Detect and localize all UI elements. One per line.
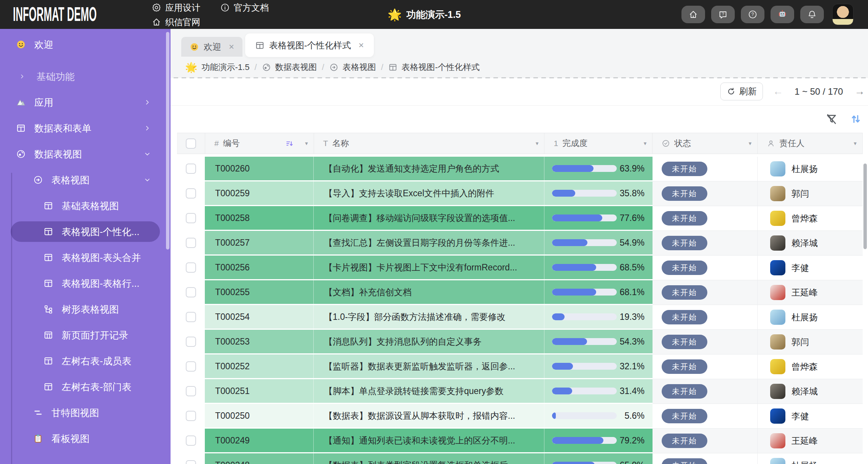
cell-owner: 李健 — [758, 404, 863, 429]
table-scrollbar[interactable] — [863, 164, 867, 249]
progress-bar — [552, 462, 617, 464]
row-checkbox[interactable] — [186, 386, 196, 396]
column-header-status[interactable]: 状态 ▾ — [653, 133, 758, 154]
chevron-down-icon[interactable]: ▾ — [644, 140, 647, 147]
task-name: 【1.0-字段】部分函数方法描述准确，需要修改 — [324, 311, 506, 323]
sidebar-item-应用[interactable]: 应用 — [11, 92, 160, 113]
top-nav-item-0[interactable]: 应用设计 — [152, 0, 200, 15]
sort-descending-icon[interactable] — [285, 139, 294, 148]
row-checkbox[interactable] — [186, 238, 196, 248]
row-checkbox[interactable] — [186, 287, 196, 297]
sidebar-item-数据表视图[interactable]: 数据表视图 — [11, 144, 160, 164]
status-badge: 未开始 — [662, 310, 707, 324]
owner-name: 杜展扬 — [791, 163, 818, 175]
table-row-T000251[interactable]: T000251 【脚本】单点登录跳转链接需要支持query参数 31.4% 未开… — [177, 379, 863, 404]
sidebar-item-基础功能[interactable]: 基础功能 — [11, 66, 160, 87]
owner-name: 王延峰 — [791, 287, 818, 299]
home-button[interactable] — [681, 6, 705, 23]
sidebar-item-label: 左树右表-成员表 — [62, 355, 131, 367]
table-body: T000260 【自动化】发送通知支持选定用户角色的方式 63.9% 未开始 杜… — [177, 157, 863, 464]
table-row-T000256[interactable]: T000256 【卡片视图】卡片视图上下文中没有formRecord... 68… — [177, 256, 863, 280]
breadcrumb-item-数据表视图[interactable]: 数据表视图 — [262, 62, 317, 73]
user-avatar[interactable] — [832, 4, 854, 25]
chevron-right-icon — [144, 125, 151, 132]
sidebar-item-表格视图-表头合并[interactable]: 表格视图-表头合并 — [11, 247, 160, 268]
row-checkbox[interactable] — [186, 460, 196, 464]
column-header-name[interactable]: T 名称 ▾ — [314, 133, 545, 154]
chevron-down-icon[interactable]: ▾ — [305, 140, 308, 147]
table-row-T000253[interactable]: T000253 【消息队列】支持消息队列的自定义事务 54.3% 未开始 郭闫 — [177, 330, 863, 354]
table-row-T000249[interactable]: T000249 【通知】通知列表已读和未读视觉上的区分不明... 79.2% 未… — [177, 429, 863, 453]
refresh-button[interactable]: 刷新 — [720, 83, 763, 100]
row-checkbox[interactable] — [186, 361, 196, 372]
column-header-owner[interactable]: 责任人 ▾ — [758, 133, 863, 154]
sidebar-item-左树右表-部门表[interactable]: 左树右表-部门表 — [11, 377, 160, 397]
cell-checkbox — [177, 206, 205, 230]
app-logo[interactable]: INFORMAT DEMO — [13, 0, 129, 29]
table-row-T000255[interactable]: T000255 【文档】补充信创文档 68.1% 未开始 王延峰 — [177, 280, 863, 305]
tab-表格视图-个性化样式[interactable]: 表格视图-个性化样式 × — [245, 33, 374, 57]
avatar — [770, 334, 785, 350]
sidebar-item-label: 基础表格视图 — [62, 200, 119, 212]
help-button[interactable] — [741, 6, 764, 23]
row-checkbox[interactable] — [186, 213, 196, 223]
sidebar-item-基础表格视图[interactable]: 基础表格视图 — [11, 195, 160, 216]
sidebar-item-左树右表-成员表[interactable]: 左树右表-成员表 — [11, 351, 160, 371]
table-row-T000254[interactable]: T000254 【1.0-字段】部分函数方法描述准确，需要修改 19.3% 未开… — [177, 305, 863, 330]
row-checkbox[interactable] — [186, 262, 196, 273]
row-checkbox[interactable] — [186, 411, 196, 421]
sidebar-item-表格视图-个性化-[interactable]: 表格视图-个性化... — [11, 221, 160, 242]
cell-name: 【自动化】发送通知支持选定用户角色的方式 — [314, 157, 544, 180]
sidebar-item-树形表格视图[interactable]: 树形表格视图 — [11, 299, 160, 319]
progress-fill — [552, 289, 596, 296]
row-checkbox[interactable] — [186, 337, 196, 347]
table-row-T000257[interactable]: T000257 【查找汇总】左侧设置日期字段的月份等条件进... 54.9% 未… — [177, 231, 863, 256]
assistant-button[interactable] — [771, 6, 794, 23]
task-name: 【脚本】单点登录跳转链接需要支持query参数 — [324, 385, 504, 397]
sidebar-item-欢迎[interactable]: 欢迎 — [11, 34, 160, 55]
row-checkbox[interactable] — [186, 435, 196, 446]
breadcrumb-item-表格视图[interactable]: 表格视图 — [329, 62, 376, 73]
progress-fill — [552, 437, 603, 444]
breadcrumb-item-表格视图-个性化样式[interactable]: 表格视图-个性化样式 — [388, 62, 480, 73]
table-row-T000258[interactable]: T000258 【问卷调查】移动端访问级联字段设置的选项值... 77.6% 未… — [177, 206, 863, 231]
sidebar-item-数据表和表单[interactable]: 数据表和表单 — [11, 118, 160, 138]
sidebar-item-label: 树形表格视图 — [62, 303, 119, 316]
table-icon — [43, 356, 53, 366]
top-nav-item-2[interactable]: 织信官网 — [152, 14, 200, 30]
sidebar-item-表格视图-表格行-[interactable]: 表格视图-表格行... — [11, 273, 160, 294]
breadcrumb-item-功能演示-1.5[interactable]: 🌟 功能演示-1.5 — [185, 62, 249, 73]
top-nav-item-1[interactable]: 官方文档 — [220, 0, 269, 15]
chevron-down-icon[interactable]: ▾ — [536, 140, 539, 147]
sidebar-item-看板视图[interactable]: 看板视图 — [11, 428, 160, 449]
tab-close-icon[interactable]: × — [229, 41, 234, 52]
notifications-button[interactable] — [800, 6, 824, 23]
column-header-progress[interactable]: 1 完成度 ▾ — [544, 133, 653, 154]
progress-bar — [552, 190, 617, 197]
sidebar-item-表格视图[interactable]: 表格视图 — [11, 170, 160, 190]
row-checkbox[interactable] — [186, 188, 196, 199]
feedback-button[interactable] — [711, 6, 735, 23]
sidebar-scrollbar[interactable] — [166, 32, 169, 249]
chevron-down-icon[interactable]: ▾ — [854, 140, 857, 147]
task-id: T000257 — [215, 238, 250, 248]
table-row-T000252[interactable]: T000252 【监听器】数据表更新监听触发监听器，返回参... 32.1% 未… — [177, 354, 863, 379]
sort-button[interactable] — [850, 113, 862, 125]
sidebar-item-新页面打开记录[interactable]: 新页面打开记录 — [11, 325, 160, 345]
table-row-T000248[interactable]: T000248 【数据表】列表类型字段设置复选框和单选框后 65.9% 未开始 … — [177, 453, 863, 464]
row-checkbox[interactable] — [186, 164, 196, 174]
filter-off-button[interactable] — [825, 113, 838, 125]
table-row-T000250[interactable]: T000250 【数据表】数据源设置从脚本获取时，报错内容... 5.6% 未开… — [177, 404, 863, 429]
prev-page-arrow[interactable]: ← — [773, 86, 783, 97]
column-header-id[interactable]: # 编号 ▾ — [205, 133, 314, 154]
sidebar-item-甘特图视图[interactable]: 甘特图视图 — [11, 402, 160, 423]
select-all-checkbox[interactable] — [186, 138, 196, 149]
chevron-down-icon[interactable]: ▾ — [749, 140, 752, 147]
row-checkbox[interactable] — [186, 312, 196, 322]
table-row-T000259[interactable]: T000259 【导入】支持去读取Excel文件中插入的附件 35.8% 未开始… — [177, 181, 863, 206]
tab-欢迎[interactable]: 欢迎 × — [181, 37, 243, 57]
tab-close-icon[interactable]: × — [359, 40, 364, 51]
table-row-T000260[interactable]: T000260 【自动化】发送通知支持选定用户角色的方式 63.9% 未开始 杜… — [177, 157, 863, 181]
next-page-arrow[interactable]: → — [854, 86, 865, 97]
status-badge: 未开始 — [662, 409, 707, 423]
